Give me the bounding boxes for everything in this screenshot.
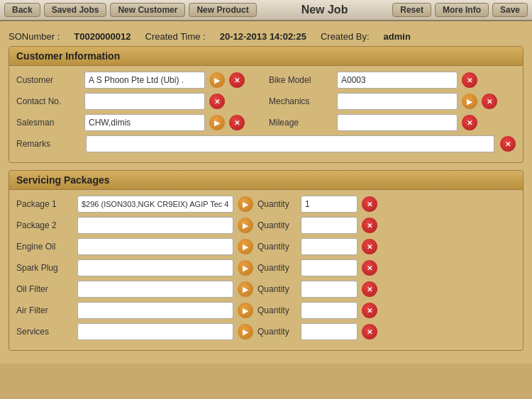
mechanics-nav-button[interactable] <box>462 94 477 109</box>
quantity-input[interactable] <box>301 302 358 319</box>
package-label: Spark Plug <box>16 263 73 273</box>
customer-nav-button[interactable] <box>209 72 225 88</box>
customer-label: Customer <box>16 75 80 85</box>
bike-model-col: Bike Model <box>269 72 516 89</box>
package-label: Services <box>16 327 73 337</box>
info-row: SONumber : T0020000012 Created Time : 20… <box>9 27 523 46</box>
package-clear-button[interactable] <box>362 196 377 212</box>
quantity-label: Quantity <box>257 284 297 294</box>
customer-section-body: Customer Bike Model Contact No. <box>9 66 523 162</box>
package-nav-button[interactable] <box>238 324 253 339</box>
mechanics-col: Mechanics <box>269 93 516 110</box>
package-input[interactable] <box>77 323 233 340</box>
contact-label: Contact No. <box>16 96 80 106</box>
close-icon <box>367 306 372 315</box>
new-customer-button[interactable]: New Customer <box>110 3 185 17</box>
package-input[interactable] <box>77 259 233 276</box>
mileage-label: Mileage <box>269 118 333 128</box>
arrow-right-icon <box>243 327 248 336</box>
mechanics-clear-button[interactable] <box>482 94 497 109</box>
package-row: Engine Oil Quantity <box>16 238 516 255</box>
servicing-section: Servicing Packages Package 1 Quantity Pa… <box>9 170 523 351</box>
package-row: Spark Plug Quantity <box>16 259 516 276</box>
package-nav-button[interactable] <box>238 281 253 297</box>
so-number-label: SONumber : <box>9 31 60 42</box>
package-nav-button[interactable] <box>238 260 253 276</box>
contact-input[interactable] <box>84 93 205 110</box>
package-input[interactable] <box>77 281 233 298</box>
saved-jobs-button[interactable]: Saved Jobs <box>44 3 107 17</box>
package-clear-button[interactable] <box>362 281 377 297</box>
package-clear-button[interactable] <box>362 324 377 339</box>
servicing-section-body: Package 1 Quantity Package 2 Quantity En… <box>9 190 523 350</box>
package-row: Air Filter Quantity <box>16 302 516 319</box>
customer-clear-button[interactable] <box>229 72 245 88</box>
remarks-clear-button[interactable] <box>500 136 516 152</box>
arrow-right-icon-3 <box>214 118 220 127</box>
arrow-right-icon <box>243 306 248 315</box>
close-icon-3 <box>214 97 220 106</box>
package-nav-button[interactable] <box>238 303 253 318</box>
salesman-col: Salesman <box>16 114 263 131</box>
close-icon <box>367 264 372 272</box>
package-clear-button[interactable] <box>362 239 377 254</box>
package-label: Package 1 <box>16 199 73 209</box>
quantity-input[interactable] <box>301 217 358 234</box>
close-icon <box>367 200 372 208</box>
customer-section: Customer Information Customer Bike Model <box>9 46 523 163</box>
bike-model-input[interactable] <box>337 72 458 89</box>
quantity-label: Quantity <box>257 220 297 230</box>
package-nav-button[interactable] <box>238 218 253 233</box>
quantity-input[interactable] <box>301 323 358 340</box>
close-icon-6 <box>467 118 472 127</box>
created-by-label: Created By: <box>321 31 370 42</box>
package-input[interactable] <box>77 302 233 319</box>
new-product-button[interactable]: New Product <box>189 3 256 17</box>
mileage-input[interactable] <box>337 114 458 131</box>
quantity-input[interactable] <box>301 259 358 276</box>
close-icon <box>367 221 372 230</box>
save-button[interactable]: Save <box>492 3 528 17</box>
close-icon <box>234 76 240 84</box>
customer-input[interactable] <box>84 72 205 89</box>
reset-button[interactable]: Reset <box>392 3 431 17</box>
package-input[interactable] <box>77 196 233 213</box>
back-button[interactable]: Back <box>4 3 40 17</box>
contact-clear-button[interactable] <box>209 94 225 109</box>
close-icon <box>367 242 372 251</box>
quantity-label: Quantity <box>257 242 297 252</box>
salesman-clear-button[interactable] <box>229 115 245 130</box>
customer-section-header: Customer Information <box>9 47 523 66</box>
quantity-input[interactable] <box>301 196 358 213</box>
mileage-clear-button[interactable] <box>462 115 477 130</box>
salesman-nav-button[interactable] <box>209 115 225 130</box>
package-input[interactable] <box>77 238 233 255</box>
quantity-label: Quantity <box>257 305 297 315</box>
package-input[interactable] <box>77 217 233 234</box>
salesman-input[interactable] <box>84 114 205 131</box>
remarks-label: Remarks <box>16 139 80 149</box>
quantity-input[interactable] <box>301 281 358 298</box>
arrow-right-icon <box>243 285 248 293</box>
so-number-value: T0020000012 <box>74 31 131 42</box>
bike-model-clear-button[interactable] <box>462 72 477 88</box>
contact-row: Contact No. Mechanics <box>16 93 516 110</box>
arrow-right-icon-2 <box>467 97 472 106</box>
quantity-input[interactable] <box>301 238 358 255</box>
arrow-right-icon <box>243 264 248 272</box>
mileage-col: Mileage <box>269 114 516 131</box>
package-row: Package 1 Quantity <box>16 196 516 213</box>
quantity-label: Quantity <box>257 199 297 209</box>
remarks-input[interactable] <box>86 135 494 152</box>
arrow-right-icon <box>243 242 248 251</box>
package-nav-button[interactable] <box>238 239 253 254</box>
remarks-row: Remarks <box>16 135 516 152</box>
more-info-button[interactable]: More Info <box>435 3 489 17</box>
package-clear-button[interactable] <box>362 303 377 318</box>
close-icon-2 <box>467 76 472 84</box>
package-row: Oil Filter Quantity <box>16 281 516 298</box>
mechanics-input[interactable] <box>337 93 458 110</box>
package-clear-button[interactable] <box>362 260 377 276</box>
package-nav-button[interactable] <box>238 196 253 212</box>
package-clear-button[interactable] <box>362 218 377 233</box>
